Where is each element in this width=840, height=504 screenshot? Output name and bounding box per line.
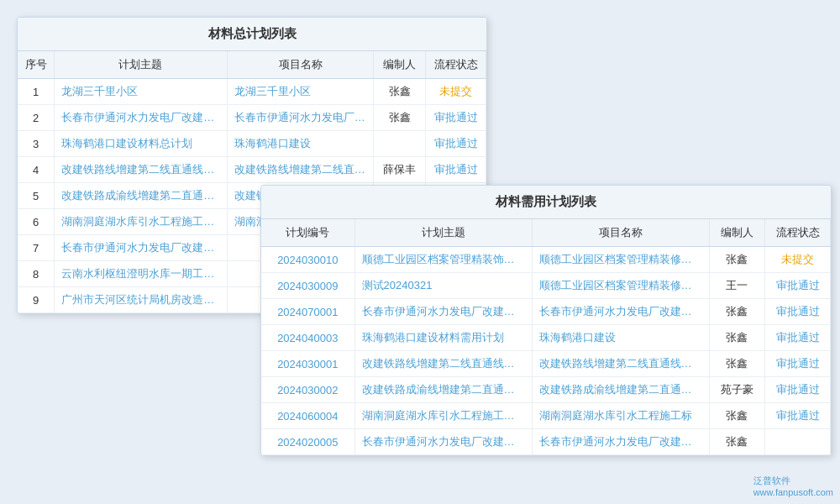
table2-row: 2024030010 顺德工业园区档案管理精装饰工程（… 顺德工业园区档案管理精… <box>261 247 831 273</box>
table1-cell-theme[interactable]: 长春市伊通河水力发电厂改建工程材料总计划 <box>55 235 228 261</box>
table2-header-row: 计划编号 计划主题 项目名称 编制人 流程状态 <box>261 219 831 247</box>
table2-row: 2024030002 改建铁路成渝线增建第二直通线（成… 改建铁路成渝线增建第二… <box>261 377 831 403</box>
table1-cell-id: 4 <box>18 157 55 183</box>
table1-cell-theme[interactable]: 湖南洞庭湖水库引水工程施工标材料总计划 <box>55 209 228 235</box>
table2-cell-project[interactable]: 改建铁路成渝线增建第二直通线（成… <box>532 377 709 403</box>
table1-row: 4 改建铁路线增建第二线直通线（成都-西安）… 改建铁路线增建第二线直通线（… … <box>18 157 486 183</box>
table2-cell-editor: 张鑫 <box>709 403 765 429</box>
table2-cell-theme[interactable]: 珠海鹤港口建设材料需用计划 <box>354 325 532 351</box>
table2-cell-theme[interactable]: 长春市伊通河水力发电厂改建工程合… <box>354 299 532 325</box>
table2-cell-project[interactable]: 顺德工业园区档案管理精装修工程（… <box>532 247 709 273</box>
table2-cell-id[interactable]: 2024030009 <box>261 273 354 299</box>
table1-cell-project[interactable]: 长春市伊通河水力发电厂改建工程 <box>227 105 374 131</box>
table1-col-theme: 计划主题 <box>55 51 228 79</box>
table1-cell-id: 5 <box>18 183 55 209</box>
table1-col-editor: 编制人 <box>374 51 426 79</box>
table1-row: 2 长春市伊通河水力发电厂改建工程合同材料… 长春市伊通河水力发电厂改建工程 张… <box>18 105 486 131</box>
table1-cell-project[interactable]: 龙湖三千里小区 <box>227 79 374 105</box>
table2-cell-id[interactable]: 2024070001 <box>261 299 354 325</box>
table2-row: 2024030009 测试20240321 顺德工业园区档案管理精装修工程（… … <box>261 273 831 299</box>
table1-cell-id: 7 <box>18 235 55 261</box>
table1-cell-theme[interactable]: 云南水利枢纽澄明水库一期工程施工标材料… <box>55 261 228 287</box>
table2-row: 2024020005 长春市伊通河水力发电厂改建工程材… 长春市伊通河水力发电厂… <box>261 429 831 455</box>
table2-row: 2024070001 长春市伊通河水力发电厂改建工程合… 长春市伊通河水力发电厂… <box>261 299 831 325</box>
table2-cell-editor: 张鑫 <box>709 325 765 351</box>
table2-cell-editor: 张鑫 <box>709 351 765 377</box>
table2-grid: 计划编号 计划主题 项目名称 编制人 流程状态 2024030010 顺德工业园… <box>261 219 831 455</box>
table2-cell-project[interactable]: 改建铁路线增建第二线直通线（成都… <box>532 351 709 377</box>
table2-cell-editor: 张鑫 <box>709 429 765 455</box>
table2-row: 2024030001 改建铁路线增建第二线直通线（成都… 改建铁路线增建第二线直… <box>261 351 831 377</box>
table1-cell-theme[interactable]: 龙湖三千里小区 <box>55 79 228 105</box>
table1-cell-id: 1 <box>18 79 55 105</box>
table1-cell-project[interactable]: 珠海鹤港口建设 <box>227 131 374 157</box>
table1-cell-editor: 张鑫 <box>374 105 426 131</box>
table2-cell-status: 审批通过 <box>765 273 831 299</box>
table2-cell-status: 审批通过 <box>765 377 831 403</box>
material-need-plan-table: 材料需用计划列表 计划编号 计划主题 项目名称 编制人 流程状态 2024030… <box>260 185 832 456</box>
table2-col-project: 项目名称 <box>532 219 709 247</box>
watermark: 泛普软件 www.fanpusoft.com <box>753 475 833 497</box>
table1-cell-status: 审批通过 <box>426 157 486 183</box>
table2-col-theme: 计划主题 <box>354 219 532 247</box>
table1-cell-editor: 张鑫 <box>374 79 426 105</box>
table2-cell-project[interactable]: 长春市伊通河水力发电厂改建工程 <box>532 299 709 325</box>
table2-cell-theme[interactable]: 测试20240321 <box>354 273 532 299</box>
table2-cell-theme[interactable]: 湖南洞庭湖水库引水工程施工标材… <box>354 403 532 429</box>
table1-cell-status: 未提交 <box>426 79 486 105</box>
table2-title: 材料需用计划列表 <box>261 186 831 219</box>
table1-row: 3 珠海鹤港口建设材料总计划 珠海鹤港口建设 审批通过 <box>18 131 486 157</box>
table2-cell-status: 审批通过 <box>765 403 831 429</box>
table1-cell-theme[interactable]: 长春市伊通河水力发电厂改建工程合同材料… <box>55 105 228 131</box>
table1-cell-status: 审批通过 <box>426 131 486 157</box>
table2-cell-id[interactable]: 2024030002 <box>261 377 354 403</box>
table2-cell-theme[interactable]: 改建铁路线增建第二线直通线（成都… <box>354 351 532 377</box>
table1-header-row: 序号 计划主题 项目名称 编制人 流程状态 <box>18 51 486 79</box>
table1-cell-theme[interactable]: 改建铁路线增建第二线直通线（成都-西安）… <box>55 157 228 183</box>
table1-cell-theme[interactable]: 珠海鹤港口建设材料总计划 <box>55 131 228 157</box>
table2-cell-editor: 张鑫 <box>709 247 765 273</box>
table2-cell-status: 未提交 <box>765 247 831 273</box>
table2-cell-project[interactable]: 珠海鹤港口建设 <box>532 325 709 351</box>
table1-cell-theme[interactable]: 改建铁路成渝线增建第二直通线（成渝枢纽… <box>55 183 228 209</box>
table2-cell-id[interactable]: 2024040003 <box>261 325 354 351</box>
table1-cell-theme[interactable]: 广州市天河区统计局机房改造项目材料总计划 <box>55 287 228 313</box>
table1-cell-id: 6 <box>18 209 55 235</box>
table1-cell-project[interactable]: 改建铁路线增建第二线直通线（… <box>227 157 374 183</box>
table1-cell-id: 2 <box>18 105 55 131</box>
table2-row: 2024040003 珠海鹤港口建设材料需用计划 珠海鹤港口建设 张鑫 审批通过 <box>261 325 831 351</box>
table2-cell-status: 审批通过 <box>765 351 831 377</box>
table2-cell-id[interactable]: 2024020005 <box>261 429 354 455</box>
table1-cell-id: 8 <box>18 261 55 287</box>
table2-cell-project[interactable]: 顺德工业园区档案管理精装修工程（… <box>532 273 709 299</box>
table2-cell-project[interactable]: 长春市伊通河水力发电厂改建工程 <box>532 429 709 455</box>
table2-cell-id[interactable]: 2024030010 <box>261 247 354 273</box>
table2-cell-theme[interactable]: 顺德工业园区档案管理精装饰工程（… <box>354 247 532 273</box>
table2-cell-status <box>765 429 831 455</box>
table2-cell-id[interactable]: 2024030001 <box>261 351 354 377</box>
watermark-url: www.fanpusoft.com <box>753 487 833 497</box>
table1-row: 1 龙湖三千里小区 龙湖三千里小区 张鑫 未提交 <box>18 79 486 105</box>
table2-cell-editor: 王一 <box>709 273 765 299</box>
table1-cell-editor: 薛保丰 <box>374 157 426 183</box>
table1-col-status: 流程状态 <box>426 51 486 79</box>
table2-cell-editor: 张鑫 <box>709 299 765 325</box>
table2-cell-id[interactable]: 2024060004 <box>261 403 354 429</box>
table1-title: 材料总计划列表 <box>18 18 486 51</box>
table2-col-id: 计划编号 <box>261 219 354 247</box>
table2-cell-theme[interactable]: 改建铁路成渝线增建第二直通线（成… <box>354 377 532 403</box>
table2-cell-theme[interactable]: 长春市伊通河水力发电厂改建工程材… <box>354 429 532 455</box>
table1-cell-id: 9 <box>18 287 55 313</box>
table1-cell-id: 3 <box>18 131 55 157</box>
table1-cell-editor <box>374 131 426 157</box>
table1-col-id: 序号 <box>18 51 55 79</box>
table2-col-editor: 编制人 <box>709 219 765 247</box>
table2-row: 2024060004 湖南洞庭湖水库引水工程施工标材… 湖南洞庭湖水库引水工程施… <box>261 403 831 429</box>
table1-col-project: 项目名称 <box>227 51 374 79</box>
watermark-brand: 泛普软件 <box>753 475 790 486</box>
table1-cell-status: 审批通过 <box>426 105 486 131</box>
table2-cell-status: 审批通过 <box>765 325 831 351</box>
table2-cell-project[interactable]: 湖南洞庭湖水库引水工程施工标 <box>532 403 709 429</box>
table2-cell-status: 审批通过 <box>765 299 831 325</box>
table2-col-status: 流程状态 <box>765 219 831 247</box>
